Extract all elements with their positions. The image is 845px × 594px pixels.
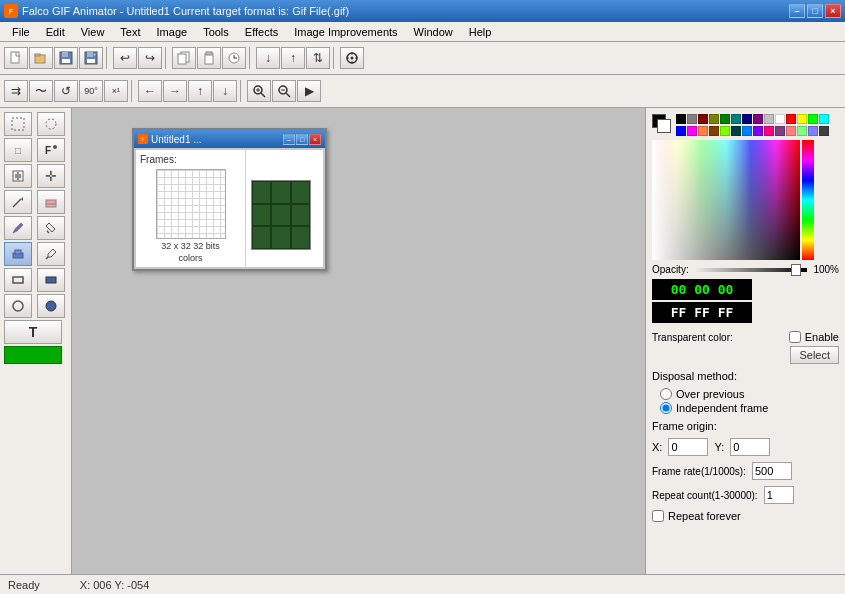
hue-bar[interactable] <box>802 140 814 260</box>
color-lime[interactable] <box>808 114 818 124</box>
color-periwinkle[interactable] <box>808 126 818 136</box>
tb-arrow-left[interactable]: ← <box>138 80 162 102</box>
tool-pencil[interactable] <box>4 190 32 214</box>
tb-save[interactable] <box>54 47 78 69</box>
tool-green-square[interactable] <box>4 346 62 364</box>
tb-undo[interactable]: ↩ <box>113 47 137 69</box>
color-cyan[interactable] <box>819 114 829 124</box>
tb-scale1[interactable]: ×¹ <box>104 80 128 102</box>
minimize-button[interactable]: – <box>789 4 805 18</box>
tool-stamp[interactable] <box>4 242 32 266</box>
tb-zoom-in[interactable] <box>247 80 271 102</box>
color-yellow[interactable] <box>797 114 807 124</box>
color-lightpink[interactable] <box>786 126 796 136</box>
tb-redo[interactable]: ↪ <box>138 47 162 69</box>
tb-rotate[interactable]: ↺ <box>54 80 78 102</box>
tool-eyedropper[interactable] <box>37 242 65 266</box>
color-white[interactable] <box>775 114 785 124</box>
menu-edit[interactable]: Edit <box>38 24 73 40</box>
tb-play[interactable]: ▶ <box>297 80 321 102</box>
frame-rate-input[interactable] <box>752 462 792 480</box>
color-skyblue[interactable] <box>742 126 752 136</box>
color-gray[interactable] <box>687 114 697 124</box>
tb-swap[interactable]: ⇅ <box>306 47 330 69</box>
tb-up[interactable]: ↑ <box>281 47 305 69</box>
tool-rect[interactable] <box>4 268 32 292</box>
doc-close[interactable]: × <box>309 134 321 145</box>
opacity-slider[interactable] <box>695 268 808 272</box>
tool-move[interactable]: ✛ <box>37 164 65 188</box>
menu-help[interactable]: Help <box>461 24 500 40</box>
tool-fill-rect[interactable] <box>37 268 65 292</box>
menu-file[interactable]: File <box>4 24 38 40</box>
select-button[interactable]: Select <box>790 346 839 364</box>
bg-color[interactable] <box>657 119 671 133</box>
color-olive[interactable] <box>709 114 719 124</box>
tool-fill[interactable] <box>37 216 65 240</box>
tool-paint[interactable] <box>4 164 32 188</box>
color-orange[interactable] <box>698 126 708 136</box>
tb-new[interactable] <box>4 47 28 69</box>
tb-target[interactable] <box>340 47 364 69</box>
tb-wave[interactable]: 〜 <box>29 80 53 102</box>
color-darkteal[interactable] <box>731 126 741 136</box>
menu-image-improvements[interactable]: Image Improvements <box>286 24 405 40</box>
tool-magic-wand[interactable]: □ <box>4 138 32 162</box>
repeat-forever-checkbox[interactable] <box>652 510 664 522</box>
tool-fill-circle[interactable] <box>37 294 65 318</box>
color-silver[interactable] <box>764 114 774 124</box>
menu-image[interactable]: Image <box>149 24 196 40</box>
color-mauve[interactable] <box>775 126 785 136</box>
menu-text[interactable]: Text <box>112 24 148 40</box>
color-red[interactable] <box>786 114 796 124</box>
tb-down[interactable]: ↓ <box>256 47 280 69</box>
menu-tools[interactable]: Tools <box>195 24 237 40</box>
color-hotpink[interactable] <box>764 126 774 136</box>
tb-paste[interactable] <box>197 47 221 69</box>
tb-arrow-up[interactable]: ↑ <box>188 80 212 102</box>
doc-minimize[interactable]: – <box>283 134 295 145</box>
tool-ftext[interactable]: F <box>37 138 65 162</box>
tool-eraser[interactable] <box>37 190 65 214</box>
color-black[interactable] <box>676 114 686 124</box>
repeat-forever[interactable]: Repeat forever <box>652 510 839 522</box>
doc-maximize[interactable]: □ <box>296 134 308 145</box>
tb-arrow-down[interactable]: ↓ <box>213 80 237 102</box>
tb-arrow-right[interactable]: → <box>163 80 187 102</box>
tb-zoom-out[interactable] <box>272 80 296 102</box>
tb-clock[interactable] <box>222 47 246 69</box>
tool-lasso[interactable] <box>37 112 65 136</box>
menu-view[interactable]: View <box>73 24 113 40</box>
color-blue[interactable] <box>676 126 686 136</box>
color-navy[interactable] <box>742 114 752 124</box>
opacity-thumb[interactable] <box>791 264 801 276</box>
close-button[interactable]: × <box>825 4 841 18</box>
tb-copy[interactable] <box>172 47 196 69</box>
tb-open[interactable] <box>29 47 53 69</box>
transparent-enable[interactable]: Enable <box>789 331 839 343</box>
color-purple[interactable] <box>753 114 763 124</box>
maximize-button[interactable]: □ <box>807 4 823 18</box>
disposal-radio-over[interactable] <box>660 388 672 400</box>
menu-window[interactable]: Window <box>406 24 461 40</box>
color-lightgreen[interactable] <box>797 126 807 136</box>
color-teal[interactable] <box>731 114 741 124</box>
tool-select[interactable] <box>4 112 32 136</box>
tool-text[interactable]: T <box>4 320 62 344</box>
disposal-radio-independent[interactable] <box>660 402 672 414</box>
color-violet[interactable] <box>753 126 763 136</box>
y-input[interactable] <box>730 438 770 456</box>
menu-effects[interactable]: Effects <box>237 24 286 40</box>
color-magenta[interactable] <box>687 126 697 136</box>
color-spectrum[interactable] <box>652 140 800 260</box>
tool-brush[interactable] <box>4 216 32 240</box>
color-fg-bg[interactable] <box>652 114 672 134</box>
color-brown[interactable] <box>709 126 719 136</box>
frame-canvas[interactable] <box>156 169 226 239</box>
tb-flip-h[interactable]: ⇉ <box>4 80 28 102</box>
transparent-checkbox[interactable] <box>789 331 801 343</box>
repeat-count-input[interactable] <box>764 486 794 504</box>
color-darkgreen[interactable] <box>720 114 730 124</box>
tool-circle[interactable] <box>4 294 32 318</box>
tb-rotate90[interactable]: 90° <box>79 80 103 102</box>
